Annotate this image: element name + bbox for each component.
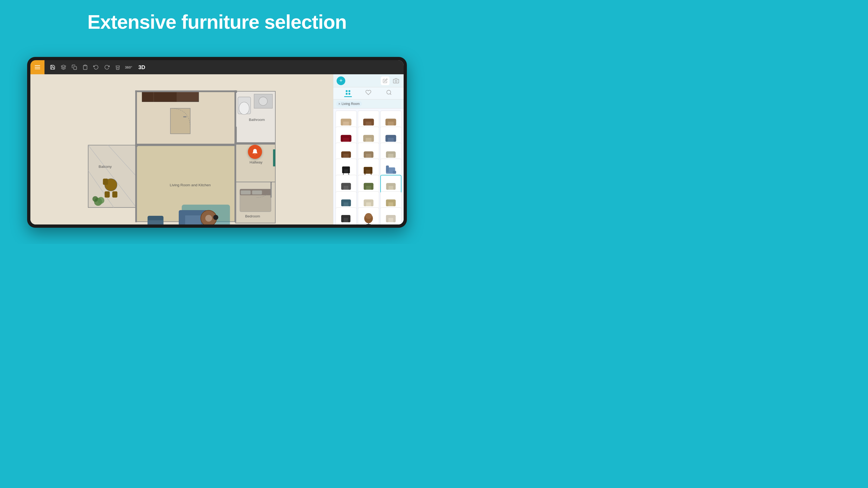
svg-rect-71: [341, 120, 343, 126]
svg-rect-99: [364, 152, 366, 158]
delete-button[interactable]: [114, 63, 122, 71]
edit-button[interactable]: [381, 76, 390, 85]
svg-rect-76: [371, 120, 374, 126]
svg-rect-22: [170, 108, 190, 134]
360-button[interactable]: 360°: [125, 63, 132, 71]
svg-rect-96: [349, 152, 351, 158]
furniture-item-21[interactable]: [380, 207, 401, 225]
svg-rect-57: [235, 91, 236, 222]
svg-rect-155: [393, 216, 396, 222]
main-area: Balcony: [30, 74, 404, 225]
svg-text:Balcony: Balcony: [99, 165, 112, 169]
svg-rect-20: [142, 92, 154, 102]
svg-rect-64: [348, 90, 350, 92]
camera-button[interactable]: [392, 76, 400, 85]
svg-point-62: [395, 80, 397, 82]
tablet-device: 360° 3D: [27, 57, 407, 228]
filter-tag-living-room[interactable]: × Living Room: [336, 101, 362, 106]
svg-point-50: [205, 215, 212, 222]
save-button[interactable]: [49, 63, 56, 71]
notification-button[interactable]: [248, 145, 262, 159]
menu-button[interactable]: [30, 60, 44, 74]
panel-tabs: [333, 87, 404, 99]
toolbar: 360° 3D: [30, 60, 404, 74]
svg-text:Bathroom: Bathroom: [249, 118, 265, 122]
filter-close-icon[interactable]: ×: [338, 102, 340, 106]
svg-rect-61: [235, 142, 275, 144]
3d-button[interactable]: 3D: [135, 64, 148, 70]
svg-rect-123: [348, 184, 351, 190]
furniture-item-19[interactable]: [336, 207, 357, 225]
svg-rect-75: [363, 120, 366, 126]
svg-rect-95: [341, 152, 343, 158]
svg-point-27: [259, 97, 267, 105]
svg-text:Living Room and Kitchen: Living Room and Kitchen: [170, 183, 211, 187]
svg-rect-114: [370, 167, 372, 173]
svg-rect-127: [371, 184, 373, 190]
svg-text:Hallway: Hallway: [250, 160, 262, 164]
undo-button[interactable]: [92, 63, 100, 71]
add-button[interactable]: +: [337, 76, 345, 85]
svg-rect-147: [348, 216, 350, 222]
svg-rect-66: [348, 93, 350, 94]
svg-line-68: [390, 94, 391, 95]
layers-button[interactable]: [60, 63, 67, 71]
svg-rect-100: [371, 152, 373, 158]
svg-rect-58: [135, 91, 137, 222]
svg-rect-138: [364, 200, 366, 206]
svg-rect-79: [385, 120, 388, 126]
svg-rect-142: [386, 200, 389, 206]
svg-point-149: [365, 213, 372, 219]
svg-rect-60: [135, 144, 236, 146]
tablet-screen: 360° 3D: [30, 60, 404, 225]
svg-rect-84: [349, 136, 351, 141]
svg-point-13: [98, 197, 104, 204]
tab-favorites[interactable]: [365, 90, 372, 97]
svg-rect-38: [241, 191, 251, 195]
tab-grid[interactable]: [344, 90, 352, 97]
furniture-grid: [333, 108, 404, 225]
svg-rect-119: [393, 171, 396, 174]
svg-rect-80: [394, 120, 396, 126]
toolbar-tools: 360° 3D: [44, 63, 404, 71]
svg-rect-126: [364, 184, 366, 190]
svg-rect-92: [394, 136, 396, 141]
svg-rect-91: [385, 136, 388, 141]
svg-rect-118: [386, 165, 389, 172]
svg-rect-134: [341, 200, 344, 206]
paste-button[interactable]: [82, 63, 89, 71]
floorplan-area[interactable]: Balcony: [30, 74, 333, 225]
svg-rect-21: [154, 92, 177, 102]
svg-point-51: [213, 215, 218, 220]
page-title: Extensive furniture selection: [0, 11, 434, 33]
svg-rect-83: [341, 136, 343, 141]
svg-rect-130: [386, 184, 389, 190]
svg-rect-103: [386, 152, 388, 158]
svg-rect-47: [179, 210, 185, 225]
svg-rect-108: [348, 167, 350, 173]
svg-rect-9: [112, 191, 118, 198]
redo-button[interactable]: [103, 63, 111, 71]
svg-rect-53: [148, 216, 163, 220]
panel-header: +: [333, 74, 404, 87]
copy-button[interactable]: [70, 63, 78, 71]
svg-rect-23: [183, 116, 187, 118]
tab-search[interactable]: [385, 90, 393, 97]
svg-rect-113: [364, 167, 366, 173]
svg-point-151: [366, 224, 371, 225]
svg-point-12: [93, 196, 98, 202]
svg-rect-1: [84, 65, 86, 66]
svg-rect-146: [341, 216, 344, 222]
svg-rect-63: [346, 90, 347, 92]
svg-rect-88: [371, 136, 374, 141]
svg-rect-8: [105, 191, 110, 198]
svg-rect-154: [386, 216, 389, 222]
svg-rect-59: [135, 91, 236, 92]
svg-rect-34: [273, 150, 275, 166]
svg-rect-131: [393, 184, 396, 190]
svg-rect-10: [103, 178, 108, 185]
svg-rect-139: [371, 200, 373, 206]
filter-label: Living Room: [341, 102, 360, 106]
svg-rect-143: [393, 200, 396, 206]
furniture-item-20[interactable]: [358, 207, 379, 225]
